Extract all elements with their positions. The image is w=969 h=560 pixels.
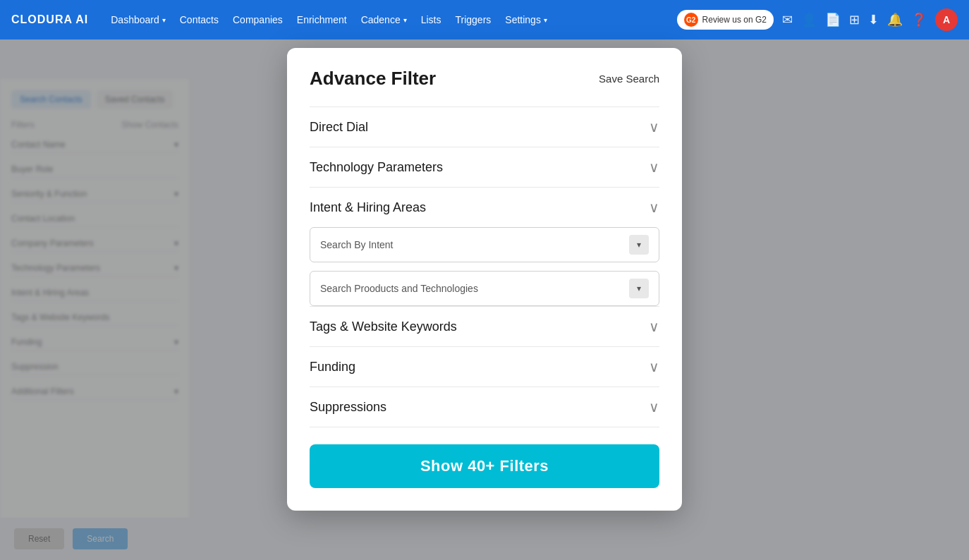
chevron-down-icon: ∨ [649, 398, 659, 415]
filter-funding-label: Funding [310, 360, 355, 375]
navbar-items: Dashboard ▾ Contacts Companies Enrichmen… [111, 14, 659, 25]
navbar-item-lists[interactable]: Lists [421, 14, 441, 25]
document-icon[interactable]: 📄 [825, 12, 841, 28]
filter-suppressions[interactable]: Suppressions ∨ [310, 386, 659, 427]
filter-technology-parameters[interactable]: Technology Parameters ∨ [310, 147, 659, 187]
dropdown-arrow-icon: ▾ [629, 279, 649, 298]
filter-funding[interactable]: Funding ∨ [310, 346, 659, 386]
filter-intent-expanded: Intent & Hiring Areas ∨ Search By Intent… [310, 187, 659, 306]
chevron-down-icon: ▾ [544, 16, 547, 24]
navbar-right: G2 Review us on G2 ✉ 👤 📄 ⊞ ⬇ 🔔 ❓ A [677, 8, 958, 31]
email-icon[interactable]: ✉ [782, 12, 793, 28]
g2-review-button[interactable]: G2 Review us on G2 [677, 10, 774, 30]
search-by-intent-dropdown[interactable]: Search By Intent ▾ [310, 227, 659, 262]
filter-tags-label: Tags & Website Keywords [310, 319, 457, 334]
filter-intent-label: Intent & Hiring Areas [310, 200, 426, 215]
dropdown-arrow-icon: ▾ [629, 235, 649, 255]
user-icon[interactable]: 👤 [801, 12, 817, 28]
bell-icon[interactable]: 🔔 [887, 12, 903, 28]
advance-filter-modal: Advance Filter Save Search Direct Dial ∨… [287, 48, 682, 511]
filter-tags[interactable]: Tags & Website Keywords ∨ [310, 306, 659, 346]
navbar-item-contacts[interactable]: Contacts [180, 14, 219, 25]
navbar-item-settings[interactable]: Settings ▾ [505, 14, 547, 25]
filter-direct-dial[interactable]: Direct Dial ∨ [310, 106, 659, 147]
filter-suppressions-label: Suppressions [310, 400, 386, 415]
search-products-placeholder: Search Prooducts and Technologies [320, 283, 478, 294]
modal-title: Advance Filter [310, 68, 436, 90]
help-icon[interactable]: ❓ [911, 12, 927, 28]
navbar: CLODURA AI Dashboard ▾ Contacts Companie… [0, 0, 969, 39]
modal-header: Advance Filter Save Search [310, 68, 659, 90]
filter-intent-header[interactable]: Intent & Hiring Areas ∨ [310, 199, 659, 216]
chevron-down-icon: ∨ [649, 358, 659, 375]
chevron-down-icon: ▾ [162, 16, 166, 24]
filter-direct-dial-label: Direct Dial [310, 120, 368, 135]
search-products-dropdown[interactable]: Search Prooducts and Technologies ▾ [310, 271, 659, 306]
chevron-down-icon: ∨ [649, 318, 659, 335]
chevron-down-icon: ∨ [649, 118, 659, 135]
show-filters-button[interactable]: Show 40+ Filters [310, 444, 659, 488]
g2-icon: G2 [684, 13, 698, 27]
navbar-item-dashboard[interactable]: Dashboard ▾ [111, 14, 166, 25]
filter-technology-label: Technology Parameters [310, 160, 443, 175]
grid-icon[interactable]: ⊞ [849, 12, 860, 28]
search-by-intent-placeholder: Search By Intent [320, 239, 394, 250]
navbar-item-cadence[interactable]: Cadence ▾ [361, 14, 407, 25]
navbar-logo[interactable]: CLODURA AI [11, 13, 88, 26]
chevron-down-icon: ∨ [649, 159, 659, 176]
navbar-item-triggers[interactable]: Triggers [455, 14, 491, 25]
avatar[interactable]: A [935, 8, 958, 31]
modal-overlay: Advance Filter Save Search Direct Dial ∨… [0, 39, 969, 560]
save-search-button[interactable]: Save Search [599, 73, 659, 85]
navbar-item-enrichment[interactable]: Enrichment [297, 14, 347, 25]
g2-label: Review us on G2 [702, 15, 767, 25]
navbar-item-companies[interactable]: Companies [233, 14, 283, 25]
download-icon[interactable]: ⬇ [868, 12, 879, 28]
chevron-down-icon: ∨ [649, 199, 659, 216]
chevron-down-icon: ▾ [403, 16, 407, 24]
